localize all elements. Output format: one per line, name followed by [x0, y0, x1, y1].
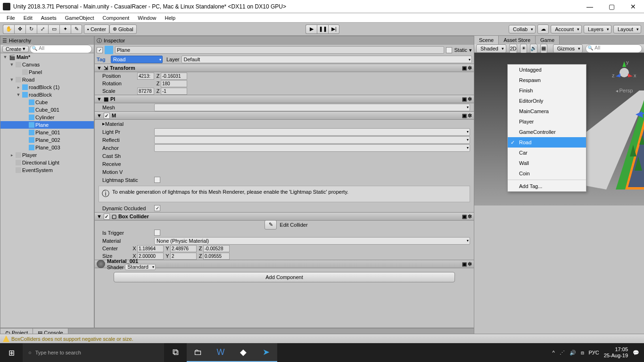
close-button[interactable]: ✕ [622, 0, 644, 13]
collab-dropdown[interactable]: Collab [509, 25, 536, 33]
scene-audio-toggle[interactable]: 🔊 [530, 44, 537, 53]
materials-label[interactable]: Material [105, 121, 157, 127]
orientation-gizmo[interactable]: y z x ◂ Persp [610, 58, 638, 87]
hierarchy-item[interactable]: Panel [0, 68, 94, 76]
component-menu-icon[interactable]: ✲ [468, 96, 472, 102]
component-menu-icon[interactable]: ✲ [468, 65, 472, 71]
gameobject-active-checkbox[interactable] [97, 47, 103, 53]
center-y-input[interactable] [170, 245, 197, 252]
scene-fx-toggle[interactable]: ▦ [540, 44, 547, 53]
transform-header[interactable]: ▼⇲Transform▣✲ [95, 64, 474, 72]
menu-component[interactable]: Component [99, 14, 133, 22]
unity-taskbar-icon[interactable]: ◆ [232, 343, 255, 362]
rotation-z-input[interactable] [161, 80, 187, 87]
tag-menu-item[interactable]: GameController [508, 127, 586, 137]
pivot-center-button[interactable]: ▪Center [84, 25, 109, 34]
menu-window[interactable]: Window [134, 14, 160, 22]
scale-y-input[interactable] [137, 88, 154, 95]
explorer-taskbar-icon[interactable]: 🗀 [187, 343, 209, 362]
menu-edit[interactable]: Edit [20, 14, 36, 22]
projection-label[interactable]: ◂ Persp [610, 88, 638, 93]
hierarchy-item[interactable]: ▼Canvas [0, 61, 94, 68]
tab-asset-store[interactable]: Asset Store [499, 36, 536, 44]
hierarchy-item[interactable]: Plane [0, 121, 94, 129]
step-button[interactable]: ▶| [328, 25, 339, 34]
volume-icon[interactable]: 🔊 [570, 350, 576, 356]
wifi-icon[interactable]: ⋰ [560, 350, 565, 356]
box-collider-enabled-checkbox[interactable] [104, 214, 110, 220]
help-icon[interactable]: ▣ [462, 65, 467, 71]
menu-gameobject[interactable]: GameObject [61, 14, 98, 22]
mesh-renderer-header[interactable]: ▼M▣✲ [95, 111, 474, 120]
shading-mode-dropdown[interactable]: Shaded [476, 44, 506, 53]
custom-tool-button[interactable]: ✎ [71, 25, 82, 34]
word-taskbar-icon[interactable]: W [209, 343, 232, 362]
inspector-tab[interactable]: ⓘInspector [95, 36, 474, 45]
start-button[interactable]: ⊞ [0, 343, 23, 362]
hand-tool-button[interactable]: ✋ [3, 25, 14, 34]
position-z-input[interactable] [161, 73, 187, 80]
scene-search-input[interactable]: All [586, 44, 642, 53]
reflection-probes-dropdown[interactable] [154, 136, 470, 144]
pivot-global-button[interactable]: ⊕Global [109, 25, 137, 34]
notifications-icon[interactable]: 💬 [633, 350, 639, 356]
transform-tool-button[interactable]: ✦ [59, 25, 71, 34]
anchor-override-field[interactable] [154, 144, 470, 152]
lightmap-static-checkbox[interactable] [154, 177, 160, 183]
tag-menu-item[interactable]: Respawn [508, 75, 586, 85]
play-button[interactable]: ▶ [305, 25, 317, 34]
hierarchy-item[interactable]: Cube_001 [0, 106, 94, 114]
component-menu-icon[interactable]: ✲ [468, 214, 472, 220]
physic-material-field[interactable]: None (Physic Material) [154, 237, 470, 245]
tag-menu-item[interactable]: Car [508, 148, 586, 158]
telegram-taskbar-icon[interactable]: ➤ [255, 343, 277, 362]
task-view-button[interactable]: ⧉ [164, 343, 187, 362]
tag-menu-item[interactable]: Finish [508, 85, 586, 96]
maximize-button[interactable]: ▢ [601, 0, 622, 13]
position-x-input[interactable] [137, 73, 154, 80]
mesh-field[interactable] [154, 104, 470, 111]
tag-menu-item[interactable]: MainCamera [508, 106, 586, 116]
menu-file[interactable]: File [3, 14, 19, 22]
mesh-renderer-enabled-checkbox[interactable] [104, 113, 110, 119]
move-tool-button[interactable]: ✥ [14, 25, 25, 34]
tag-menu-item[interactable]: Road [508, 137, 586, 148]
hierarchy-item[interactable]: ▼Road [0, 76, 94, 83]
menu-help[interactable]: Help [161, 14, 179, 22]
hierarchy-tab[interactable]: ☰Hierarchy [0, 36, 94, 45]
help-icon[interactable]: ▣ [462, 214, 467, 220]
help-icon[interactable]: ▣ [462, 96, 467, 102]
cloud-button[interactable]: ☁ [537, 25, 549, 34]
rotate-tool-button[interactable]: ↻ [25, 25, 37, 34]
hierarchy-item[interactable]: Cube [0, 99, 94, 106]
static-checkbox[interactable] [446, 47, 452, 53]
center-x-input[interactable] [137, 245, 164, 252]
help-icon[interactable]: ▣ [462, 113, 467, 119]
hierarchy-item[interactable]: Cylinder [0, 114, 94, 121]
dynamic-occluded-checkbox[interactable] [154, 205, 160, 211]
hierarchy-item[interactable]: ▼roadBlock [0, 91, 94, 99]
shader-dropdown[interactable]: Standard [125, 264, 156, 270]
tag-menu-item[interactable]: Player [508, 116, 586, 127]
hierarchy-search-input[interactable]: All [30, 45, 92, 53]
taskbar-clock[interactable]: 17:0525-Aug-19 [604, 346, 628, 359]
layer-dropdown[interactable]: Default [182, 56, 472, 63]
tab-game[interactable]: Game [536, 36, 560, 44]
hierarchy-item[interactable]: ▸Player [0, 151, 94, 159]
scale-z-input[interactable] [161, 88, 187, 95]
tab-scene[interactable]: Scene [474, 36, 499, 44]
tray-expand-icon[interactable]: ^ [552, 350, 554, 355]
tag-menu-item[interactable]: Wall [508, 158, 586, 168]
hierarchy-scene-row[interactable]: ▼🎬Main* [0, 53, 94, 61]
tag-menu-item[interactable]: EditorOnly [508, 96, 586, 106]
component-menu-icon[interactable]: ✲ [468, 113, 472, 119]
dropbox-icon[interactable]: ⧈ [581, 350, 584, 356]
rect-tool-button[interactable]: ▭ [48, 25, 59, 34]
box-collider-header[interactable]: ▼▢Box Collider▣✲ [95, 212, 474, 221]
center-z-input[interactable] [203, 245, 230, 252]
gameobject-name-input[interactable]: Plane [115, 46, 444, 54]
menu-assets[interactable]: Assets [37, 14, 60, 22]
layout-dropdown[interactable]: Layout [613, 25, 641, 33]
scene-light-toggle[interactable]: ☀ [520, 44, 527, 53]
hierarchy-item[interactable]: Plane_003 [0, 144, 94, 151]
